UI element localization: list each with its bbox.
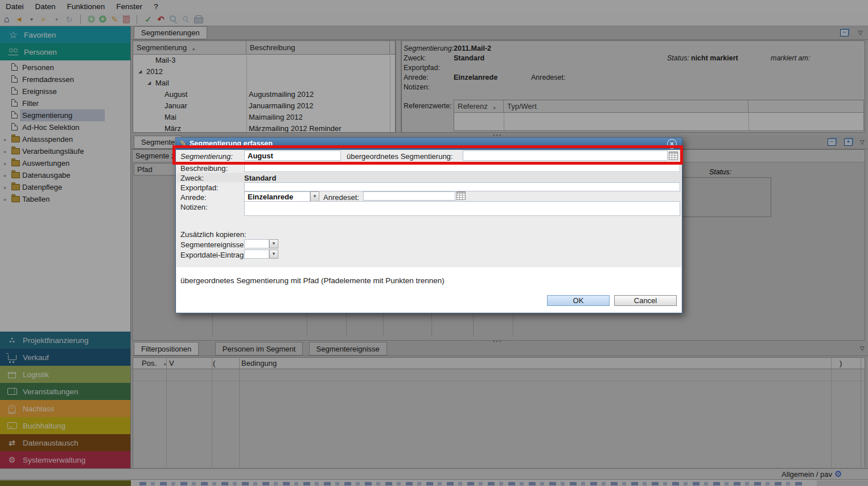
menu-datei[interactable]: Datei	[0, 1, 30, 12]
menu-daten[interactable]: Daten	[30, 1, 61, 12]
column-v[interactable]: V	[169, 359, 174, 367]
sidebar-item-datenpflege[interactable]: ▸Datenpflege	[0, 181, 130, 193]
panel-menu-icon[interactable]: ▽	[858, 30, 863, 36]
tree-row-mail[interactable]: ◢Mail	[133, 77, 395, 89]
people-icon	[6, 48, 20, 55]
column-open-paren[interactable]: (	[213, 359, 215, 367]
anrede-dropdown-icon[interactable]: ▼	[310, 191, 319, 202]
anredeset-input[interactable]	[363, 191, 455, 201]
edit-icon[interactable]: ✎	[110, 14, 119, 24]
undo-icon[interactable]: ↶	[157, 14, 165, 24]
sidebar-item-anlassspenden[interactable]: ▸Anlassspenden	[0, 133, 130, 145]
sidebar-section-personen[interactable]: Personen	[0, 43, 130, 60]
column-referenz[interactable]: Referenz▲	[454, 100, 504, 112]
sidebar-item-ereignisse[interactable]: Ereignisse	[0, 85, 130, 97]
delete-icon[interactable]	[123, 17, 130, 23]
menu-funktionen[interactable]: Funktionen	[61, 1, 111, 12]
sidebar-item-verarbeitungsläufe[interactable]: ▸Verarbeitungsläufe	[0, 145, 130, 157]
sidebar-item-adhocselektion[interactable]: Ad-Hoc Selektion	[0, 121, 130, 133]
exportdatei-dropdown-icon[interactable]: ▼	[269, 250, 278, 259]
window-restore-icon[interactable]: −	[828, 138, 836, 146]
sidebar-section-favoriten[interactable]: ☆Favoriten	[0, 26, 130, 43]
window-maximize-icon[interactable]: +	[844, 138, 853, 146]
column-typ-wert[interactable]: Typ/Wert	[504, 100, 748, 112]
ok-button[interactable]: OK	[547, 295, 610, 306]
panel-menu-icon[interactable]: ▽	[860, 345, 865, 352]
menu-[interactable]: ?	[148, 1, 164, 12]
settings-gear-icon[interactable]: ⚙	[834, 469, 842, 479]
menu-fenster[interactable]: Fenster	[110, 1, 148, 12]
search-icon[interactable]	[169, 15, 178, 23]
expand-caret-icon[interactable]: ▸	[4, 137, 7, 142]
tree-expanded-icon[interactable]: ◢	[147, 77, 151, 89]
forward-icon[interactable]: ►	[40, 14, 48, 24]
sidebar-item-tabellen[interactable]: ▸Tabellen	[0, 193, 130, 205]
tab-segmentereignisse[interactable]: Segmentereignisse	[309, 342, 387, 356]
expand-caret-icon[interactable]: ▸	[4, 185, 7, 190]
sidebar-section-systemverwaltung[interactable]: ⚙Systemverwaltung	[0, 451, 130, 468]
column-close-paren[interactable]: )	[840, 359, 842, 367]
expand-caret-icon[interactable]: ▸	[4, 197, 7, 202]
sidebar-item-datenausgabe[interactable]: ▸Datenausgabe	[0, 169, 130, 181]
column-pos[interactable]: Pos.	[142, 359, 157, 367]
lookup-grid-icon[interactable]	[456, 191, 466, 200]
segmentereignisse-combo[interactable]	[244, 239, 269, 248]
anrede-combo[interactable]: Einzelanrede	[244, 191, 310, 202]
forward-caret-icon[interactable]: ▾	[52, 14, 61, 24]
back-caret-icon[interactable]: ▾	[27, 14, 36, 24]
tab-filterpositionen[interactable]: Filterpositionen	[134, 342, 199, 356]
tree-row-mai[interactable]: MaiMaimailing 2012	[133, 112, 395, 123]
back-icon[interactable]: ◄	[15, 14, 23, 24]
field-segmentereignisse-label: Segmentereignisse:	[180, 240, 246, 249]
segmente-zu-label: Segmente z	[135, 152, 175, 160]
tree-row-mail-3[interactable]: Mail-3	[133, 55, 395, 66]
window-restore-icon[interactable]: −	[840, 29, 849, 36]
tree-row-2012[interactable]: ◢2012	[133, 66, 395, 77]
column-segmentierung[interactable]: Segmentierung▲	[133, 41, 246, 54]
sidebar-item-fremdadressen[interactable]: Fremdadressen	[0, 73, 130, 85]
sidebar-section-veranstaltungen[interactable]: Veranstaltungen	[0, 383, 130, 400]
add-icon[interactable]: +	[88, 15, 95, 23]
expand-caret-icon[interactable]: ▸	[4, 149, 7, 154]
confirm-icon[interactable]: ✓	[144, 14, 153, 24]
sidebar-section-nachlass[interactable]: Nachlass	[0, 400, 130, 417]
sidebar-section-verkauf[interactable]: Verkauf	[0, 349, 130, 366]
expand-caret-icon[interactable]: ▸	[4, 161, 7, 166]
dialog-close-icon[interactable]: ✕	[667, 139, 677, 149]
vertical-splitter[interactable]	[396, 40, 401, 133]
tree-row-märz[interactable]: MärzMärzmailing 2012 Reminder	[133, 123, 395, 133]
sidebar-section-datenaustausch[interactable]: ⇄Datenaustausch	[0, 434, 130, 451]
sidebar-item-filter[interactable]: Filter	[0, 97, 130, 109]
refresh-icon[interactable]: ↻	[65, 14, 73, 24]
sidebar-section-logistik[interactable]: Logistik	[0, 366, 130, 383]
column-bedingung[interactable]: Bedingung	[241, 359, 277, 367]
tree-expanded-icon[interactable]: ◢	[138, 66, 142, 77]
uebergeordnet-input[interactable]	[463, 150, 668, 161]
exportdatei-combo[interactable]	[244, 250, 269, 259]
panel-menu-icon[interactable]: ▽	[860, 139, 865, 145]
dialog-titlebar[interactable]: ✎ Segmentierung erfassen ✕	[176, 138, 682, 150]
tree-row-august[interactable]: AugustAugustmailing 2012	[133, 89, 395, 100]
exportpfad-input[interactable]	[244, 182, 680, 191]
beschreibung-input[interactable]	[244, 163, 680, 172]
cancel-button[interactable]: Cancel	[614, 295, 677, 306]
column-beschreibung[interactable]: Beschreibung	[246, 41, 390, 54]
column-pfad[interactable]: Pfad	[134, 163, 179, 175]
tree-row-januar[interactable]: JanuarJanuarmailing 2012	[133, 100, 395, 112]
tab-personenimsegment[interactable]: Personen im Segment	[215, 342, 303, 356]
sidebar-section-buchhaltung[interactable]: Buchhaltung	[0, 417, 130, 434]
print-icon[interactable]	[194, 17, 203, 23]
notizen-textarea[interactable]	[244, 201, 680, 216]
sidebar-item-auswertungen[interactable]: ▸Auswertungen	[0, 157, 130, 169]
add-sub-icon[interactable]: +	[99, 15, 106, 23]
lookup-grid-icon[interactable]	[669, 152, 678, 160]
search-person-icon[interactable]	[183, 16, 190, 23]
home-icon[interactable]: ⌂	[2, 14, 11, 24]
sidebar-item-segmentierung[interactable]: Segmentierung	[0, 109, 130, 121]
sidebar-section-projektfinanzierung[interactable]: ∴Projektfinanzierung	[0, 332, 130, 349]
sidebar-item-personen[interactable]: Personen	[0, 62, 130, 73]
segmentierung-input[interactable]	[244, 150, 341, 161]
segmentereignisse-dropdown-icon[interactable]: ▼	[269, 239, 278, 248]
tab-segmentierungen[interactable]: Segmentierungen	[134, 26, 207, 39]
expand-caret-icon[interactable]: ▸	[4, 173, 7, 178]
